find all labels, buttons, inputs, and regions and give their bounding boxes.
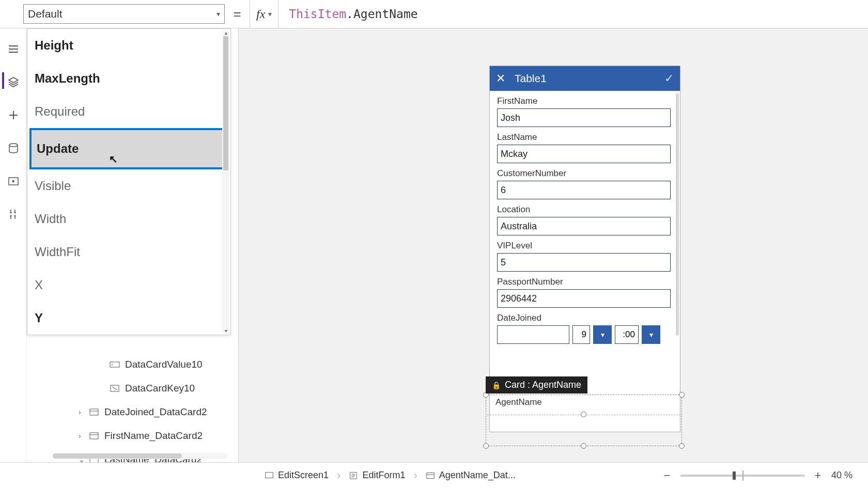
close-icon[interactable]: ✕ [496,72,505,85]
tree-item[interactable]: › FirstName_DataCard2 [79,424,238,448]
check-icon[interactable]: ✓ [664,72,674,85]
dropdown-item-required[interactable]: Required [27,95,230,128]
chevron-down-icon[interactable]: ▾ [642,325,660,344]
fx-icon: fx [256,7,265,21]
form-field-datejoined: DateJoined 9 ▾ :00 ▾ [497,313,673,344]
tools-icon[interactable] [7,208,20,221]
fx-button[interactable]: fx ▾ [250,0,278,28]
plus-icon[interactable] [7,109,20,121]
zoom-out-button[interactable]: − [661,469,673,482]
scrollbar[interactable]: ▴ ▾ [222,31,229,333]
svg-rect-2 [110,362,119,367]
hour-select[interactable]: 9 [572,325,590,344]
field-input[interactable]: Josh [497,108,671,127]
field-label: DateJoined [497,313,673,323]
dropdown-item-maxlength[interactable]: MaxLength [27,62,230,95]
chevron-down-icon: ▾ [268,10,272,18]
equals-label: = [225,6,250,22]
data-icon[interactable] [7,142,20,154]
layers-icon[interactable] [7,76,20,88]
tree-item[interactable]: DataCardValue10 [79,353,238,376]
date-picker[interactable] [497,325,569,344]
label-icon [110,383,120,393]
svg-point-0 [9,144,18,147]
slider-thumb[interactable] [733,471,736,480]
scrollbar[interactable] [676,93,679,336]
app-preview: ✕ Table1 ✓ FirstName Josh LastName Mckay… [489,66,680,432]
scroll-down-icon[interactable]: ▾ [222,328,229,334]
form-field-location: Location Australia [497,204,673,235]
chevron-down-icon: ▾ [216,10,220,18]
field-label: LastName [497,132,673,143]
field-input[interactable]: 2906442 [497,289,671,308]
formula-token: ThisItem [289,7,346,21]
tree-item[interactable]: › DateJoined_DataCard2 [79,400,238,424]
dropdown-item-widthfit[interactable]: WidthFit [27,235,230,269]
field-label: VIPLevel [497,241,673,251]
minute-select[interactable]: :00 [615,325,639,344]
resize-handle[interactable] [679,392,685,398]
field-input[interactable]: Australia [497,217,671,235]
zoom-level: 40 % [831,470,853,481]
formula-bar[interactable]: ThisItem.AgentName [278,0,868,28]
breadcrumb-card[interactable]: AgentName_Dat... [420,470,522,481]
form-field-firstname: FirstName Josh [497,96,673,127]
resize-handle[interactable] [581,412,586,417]
zoom-in-button[interactable]: + [812,469,824,482]
selected-card-agentname[interactable]: AgentName [486,395,682,446]
preview-title: Table1 [515,72,664,85]
dropdown-item-y[interactable]: Y [27,302,230,335]
resize-handle[interactable] [581,443,586,449]
property-dropdown[interactable]: Height MaxLength Required Update ↖ Visib… [27,28,231,335]
media-icon[interactable] [7,175,20,187]
selection-tooltip: 🔒 Card : AgentName [486,376,587,393]
form-field-customernumber: CustomerNumber 6 [497,168,673,199]
svg-rect-13 [427,473,434,478]
horizontal-scrollbar[interactable] [53,453,228,459]
form-field-lastname: LastName Mckay [497,132,673,163]
field-label: PassportNumber [497,277,673,287]
form-icon [349,471,358,480]
property-value: Default [28,8,63,20]
property-selector[interactable]: Default ▾ [23,4,225,24]
screen-icon [265,471,274,480]
svg-rect-6 [90,433,98,439]
resize-handle[interactable] [483,443,489,449]
chevron-right-icon: › [337,469,340,482]
preview-header: ✕ Table1 ✓ [490,66,680,91]
form-field-passportnumber: PassportNumber 2906442 [497,277,673,308]
breadcrumb-form[interactable]: EditForm1 [343,470,411,481]
agent-label: AgentName [495,397,542,407]
chevron-down-icon[interactable]: ▾ [593,325,612,344]
resize-handle[interactable] [679,443,685,449]
active-indicator [2,72,4,89]
field-input[interactable]: 5 [497,253,671,272]
cursor-icon: ↖ [109,153,118,165]
form-field-viplevel: VIPLevel 5 [497,241,673,272]
breadcrumb-screen[interactable]: EditScreen1 [258,470,335,481]
field-label: FirstName [497,96,673,106]
dropdown-item-x[interactable]: X [27,269,230,302]
chevron-right-icon[interactable]: › [79,432,89,440]
svg-rect-4 [90,409,98,415]
field-input[interactable]: Mckay [497,145,671,163]
dropdown-item-visible[interactable]: Visible [27,169,230,202]
card-icon [89,431,99,441]
chevron-right-icon: › [413,469,417,482]
dropdown-item-width[interactable]: Width [27,202,230,235]
dropdown-item-height[interactable]: Height [27,29,230,62]
dropdown-item-update[interactable]: Update ↖ [29,128,228,169]
textinput-icon [110,359,120,370]
formula-token: .AgentName [346,7,417,21]
zoom-slider[interactable] [680,475,804,477]
card-icon [89,407,99,417]
field-label: Location [497,204,673,215]
tree-item[interactable]: DataCardKey10 [79,376,238,400]
hamburger-icon[interactable] [7,43,20,55]
chevron-right-icon[interactable]: › [79,408,89,416]
lock-icon: 🔒 [492,381,501,389]
field-label: CustomerNumber [497,168,673,179]
design-canvas[interactable]: ✕ Table1 ✓ FirstName Josh LastName Mckay… [239,28,868,462]
field-input[interactable]: 6 [497,181,671,199]
scroll-up-icon[interactable]: ▴ [222,30,229,36]
